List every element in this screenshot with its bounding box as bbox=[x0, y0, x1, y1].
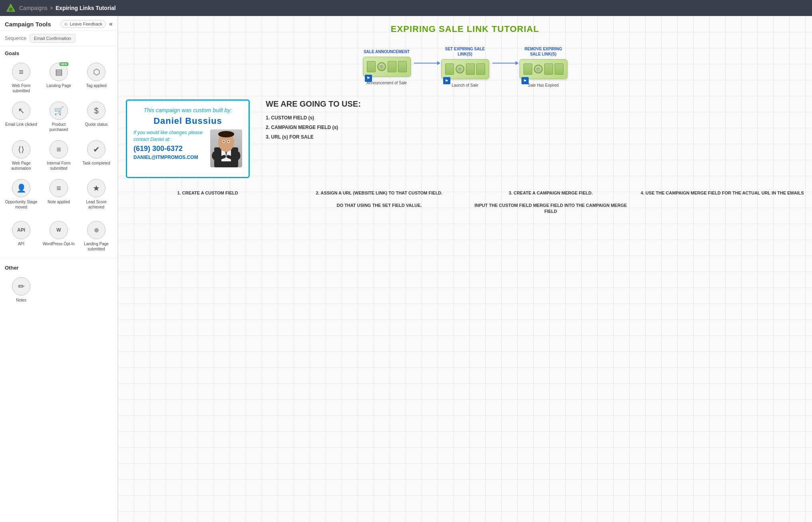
seq-node-sublabel-announcement: Announcement of Sale bbox=[366, 81, 407, 85]
seq-node-remove-expiring[interactable]: REMOVE EXPIRING SALE LINK(S) ⏱ Sale Has … bbox=[519, 46, 567, 87]
top-navigation: Campaigns > Expiring Links Tutorial bbox=[0, 0, 812, 16]
goal-item-task-completed[interactable]: ✔ Task completed bbox=[78, 137, 114, 174]
goal-item-lead-score[interactable]: ★ Lead Score achieved bbox=[78, 176, 114, 213]
seq-node-sublabel-set-expiring: Launch of Sale bbox=[452, 83, 478, 87]
sidebar-header: Campaign Tools ☺ Leave Feedback « bbox=[0, 16, 117, 31]
seq-arrow-1 bbox=[492, 63, 516, 64]
feedback-button[interactable]: ☺ Leave Feedback bbox=[60, 20, 106, 28]
goal-label-quote-status: Quote status bbox=[85, 122, 108, 127]
goal-item-product-purchased[interactable]: 🛒 Product purchased bbox=[41, 98, 77, 135]
sequence-flow: SALE ANNOUNCEMENT ⏱ Announcement of Sale… bbox=[126, 46, 804, 87]
seq-block-set-expiring: ⏱ bbox=[441, 59, 489, 79]
campaigns-link[interactable]: Campaigns bbox=[19, 5, 48, 11]
goal-label-email-link: Email Link clicked bbox=[5, 122, 37, 127]
promo-email: DANIEL@ITMPROMOS.COM bbox=[133, 155, 206, 160]
promo-person: If you would like changes please contact… bbox=[133, 129, 242, 167]
seq-flag-set-expiring bbox=[443, 77, 450, 84]
other-goals-grid: API API W WordPress Opt-In ◎ Landing Pag… bbox=[0, 216, 117, 258]
goal-label-api: API bbox=[18, 241, 24, 246]
goal-icon-landing-page-submitted: ◎ bbox=[87, 221, 105, 239]
promo-name: Daniel Bussius bbox=[133, 116, 242, 126]
goal-icon-lead-score: ★ bbox=[87, 179, 105, 197]
promo-box: This campaign was custom built by: Danie… bbox=[126, 99, 250, 178]
svg-point-11 bbox=[228, 141, 229, 142]
goal-item-opportunity-stage[interactable]: 👤 Opportunity Stage moved bbox=[3, 176, 39, 213]
seq-block-remove-expiring: ⏱ bbox=[519, 59, 567, 79]
sidebar-header-right: ☺ Leave Feedback « bbox=[60, 20, 113, 28]
step-item-4: 4. USE THE CAMPAIGN MERGE FIELD FOR THE … bbox=[641, 190, 804, 215]
seq-node-set-expiring[interactable]: SET EXPIRING SALE LINK(S) ⏱ Launch of Sa… bbox=[441, 46, 489, 87]
goal-label-lead-score: Lead Score achieved bbox=[80, 199, 113, 210]
steps-section: 1. CREATE A CUSTOM FIELD2. ASSIGN A URL … bbox=[126, 190, 804, 215]
seq-flag-announcement bbox=[365, 75, 372, 82]
goal-item-landing-page[interactable]: ▤ NEW Landing Page bbox=[41, 60, 77, 97]
goal-icon-tag-applied: ⬡ bbox=[87, 63, 105, 81]
svg-point-10 bbox=[223, 141, 225, 142]
goal-icon-note-applied: ≡ bbox=[50, 179, 68, 197]
goal-item-internal-form[interactable]: ≡ Internal Form submitted bbox=[41, 137, 77, 174]
step-item-1: 1. CREATE A CUSTOM FIELD bbox=[126, 190, 289, 215]
goal-item-landing-page-submitted[interactable]: ◎ Landing Page submitted bbox=[78, 218, 114, 255]
goal-icon-notes: ✏ bbox=[12, 277, 30, 296]
seq-arrow-0 bbox=[414, 63, 438, 64]
goal-label-task-completed: Task completed bbox=[82, 161, 110, 166]
promo-line1: This campaign was custom built by: bbox=[133, 107, 242, 113]
main-canvas: EXPIRING SALE LINK TUTORIAL SALE ANNOUNC… bbox=[118, 16, 812, 522]
promo-phone: (619) 300-6372 bbox=[133, 145, 206, 153]
wag-items: 1. CUSTOM FIELD (s)2. CAMPAIGN MERGE FIE… bbox=[266, 115, 804, 140]
canvas-title: EXPIRING SALE LINK TUTORIAL bbox=[126, 24, 804, 34]
wag-section: WE ARE GOING TO USE: 1. CUSTOM FIELD (s)… bbox=[266, 99, 804, 178]
other-section-title: Other bbox=[0, 261, 117, 272]
promo-line2: If you would like changes please contact… bbox=[133, 129, 206, 143]
goal-label-note-applied: Note applied bbox=[48, 199, 70, 204]
goal-icon-api: API bbox=[12, 221, 30, 239]
goal-item-web-form[interactable]: ≡ Web Form submitted bbox=[3, 60, 39, 97]
goal-item-notes[interactable]: ✏ Notes bbox=[3, 274, 39, 306]
goal-icon-product-purchased: 🛒 bbox=[50, 101, 68, 120]
page-title: Expiring Links Tutorial bbox=[56, 5, 116, 11]
goal-label-landing-page-submitted: Landing Page submitted bbox=[80, 241, 113, 252]
sequence-section: Sequence Email Confirmation bbox=[0, 31, 117, 46]
wag-item: 1. CUSTOM FIELD (s) bbox=[266, 115, 804, 121]
goal-icon-quote-status: $ bbox=[87, 101, 105, 120]
svg-point-7 bbox=[218, 131, 234, 137]
goal-item-email-link[interactable]: ↖ Email Link clicked bbox=[3, 98, 39, 135]
seq-node-label-remove-expiring: REMOVE EXPIRING SALE LINK(S) bbox=[519, 46, 567, 57]
goal-item-web-page[interactable]: ⟨⟩ Web Page automation bbox=[3, 137, 39, 174]
email-confirmation-button[interactable]: Email Confirmation bbox=[30, 34, 76, 43]
person-image bbox=[210, 129, 242, 167]
step-item-2: 2. ASSIGN A URL (WEBSITE LINK) TO THAT C… bbox=[297, 190, 461, 215]
seq-node-label-announcement: SALE ANNOUNCEMENT bbox=[364, 49, 410, 54]
collapse-button[interactable]: « bbox=[109, 20, 113, 28]
step-item-3: 3. CREATE A CAMPAIGN MERGE FIELD. INPUT … bbox=[469, 190, 633, 215]
goal-icon-email-link: ↖ bbox=[12, 101, 30, 120]
sequence-label: Sequence bbox=[5, 36, 26, 41]
goal-item-wordpress[interactable]: W WordPress Opt-In bbox=[41, 218, 77, 255]
info-section: This campaign was custom built by: Danie… bbox=[126, 99, 804, 178]
goal-item-note-applied[interactable]: ≡ Note applied bbox=[41, 176, 77, 213]
goal-label-product-purchased: Product purchased bbox=[42, 122, 75, 132]
goal-item-api[interactable]: API API bbox=[3, 218, 39, 255]
goals-grid: ≡ Web Form submitted ▤ NEW Landing Page … bbox=[0, 58, 117, 216]
seq-node-label-set-expiring: SET EXPIRING SALE LINK(S) bbox=[441, 46, 489, 57]
other-section: Other ✏ Notes bbox=[0, 258, 117, 309]
goal-label-landing-page: Landing Page bbox=[46, 83, 71, 88]
goal-label-notes: Notes bbox=[16, 298, 26, 303]
goal-label-web-form: Web Form submitted bbox=[5, 83, 38, 93]
goal-item-tag-applied[interactable]: ⬡ Tag applied bbox=[78, 60, 114, 97]
breadcrumb-separator: > bbox=[50, 5, 53, 11]
goal-item-quote-status[interactable]: $ Quote status bbox=[78, 98, 114, 135]
svg-rect-2 bbox=[9, 8, 12, 11]
wag-item: 3. URL (s) FOR SALE bbox=[266, 134, 804, 140]
seq-flag-remove-expiring bbox=[521, 77, 529, 84]
goal-icon-web-page: ⟨⟩ bbox=[12, 140, 30, 159]
goal-icon-wordpress: W bbox=[50, 221, 68, 239]
seq-node-announcement[interactable]: SALE ANNOUNCEMENT ⏱ Announcement of Sale bbox=[363, 49, 411, 85]
goal-icon-internal-form: ≡ bbox=[50, 140, 68, 159]
goal-icon-web-form: ≡ bbox=[12, 63, 30, 81]
wag-title: WE ARE GOING TO USE: bbox=[266, 99, 804, 109]
goal-label-opportunity-stage: Opportunity Stage moved bbox=[5, 199, 38, 210]
seq-block-announcement: ⏱ bbox=[363, 57, 411, 77]
goal-icon-opportunity-stage: 👤 bbox=[12, 179, 30, 197]
goals-section-title: Goals bbox=[0, 46, 117, 58]
